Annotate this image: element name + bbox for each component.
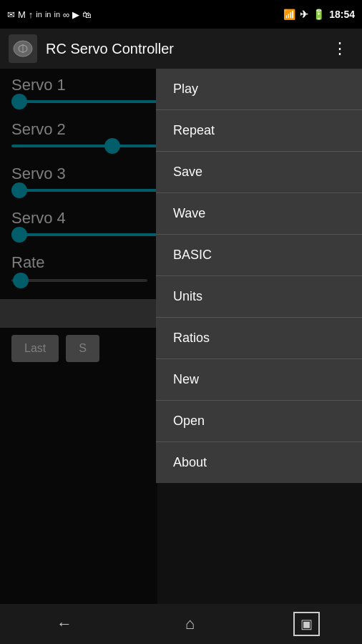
status-bar: ✉ M ↑ in in in ∞ ▶ 🛍 📶 ✈ 🔋 18:54 xyxy=(0,0,362,29)
nav-bar: ← ⌂ ▣ xyxy=(0,604,362,644)
dropdown-dim[interactable] xyxy=(0,69,157,604)
clock: 18:54 xyxy=(329,9,355,20)
linkedin-icon2: in xyxy=(45,10,52,19)
media-icon: ▶ xyxy=(72,9,79,20)
chain-icon: ∞ xyxy=(63,9,69,20)
menu-item-save[interactable]: Save xyxy=(156,152,362,193)
home-button[interactable]: ⌂ xyxy=(171,608,209,640)
upload-icon: ↑ xyxy=(29,9,34,20)
menu-item-basic[interactable]: BASIC xyxy=(156,235,362,276)
app-logo xyxy=(9,34,37,63)
status-right: 📶 ✈ 🔋 18:54 xyxy=(283,9,355,20)
app-title: RC Servo Controller xyxy=(46,41,326,57)
menu-item-wave[interactable]: Wave xyxy=(156,193,362,235)
signal-icon: ✈ xyxy=(300,9,308,20)
brain-icon xyxy=(12,38,34,59)
dropdown-overlay: Play Repeat Save Wave BASIC Units Ratios… xyxy=(0,69,362,604)
status-icons: ✉ M ↑ in in in ∞ ▶ 🛍 xyxy=(7,9,92,20)
more-button[interactable]: ⋮ xyxy=(326,34,353,64)
linkedin-icon3: in xyxy=(54,10,60,19)
wifi-icon: 📶 xyxy=(283,9,295,20)
menu-item-about[interactable]: About xyxy=(156,442,362,483)
battery-icon: 🔋 xyxy=(313,9,325,20)
back-button[interactable]: ← xyxy=(42,608,87,640)
app-bar: RC Servo Controller ⋮ xyxy=(0,29,362,69)
shopping-icon: 🛍 xyxy=(82,9,92,20)
gmail-icon: M xyxy=(18,9,26,20)
menu-item-units[interactable]: Units xyxy=(156,276,362,318)
email-icon: ✉ xyxy=(7,9,15,20)
dropdown-menu: Play Repeat Save Wave BASIC Units Ratios… xyxy=(156,69,362,483)
main-content: Servo 1 Servo 2 Servo 3 Servo 4 Rate L xyxy=(0,69,362,604)
linkedin-icon1: in xyxy=(36,10,42,19)
menu-item-repeat[interactable]: Repeat xyxy=(156,110,362,152)
menu-item-open[interactable]: Open xyxy=(156,401,362,442)
menu-item-ratios[interactable]: Ratios xyxy=(156,318,362,359)
menu-item-new[interactable]: New xyxy=(156,359,362,401)
menu-item-play[interactable]: Play xyxy=(156,69,362,110)
recents-button[interactable]: ▣ xyxy=(293,612,320,636)
